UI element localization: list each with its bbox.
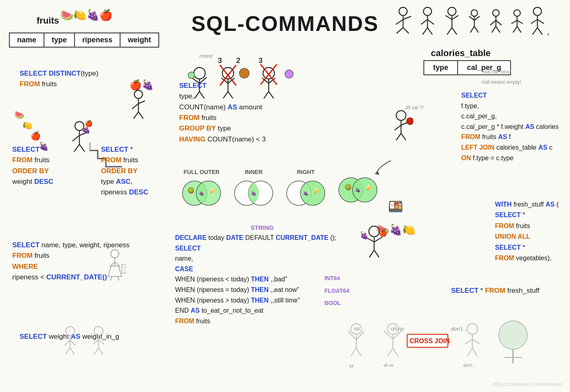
- stick-fig-weight2: [88, 325, 110, 358]
- svg-text:oh no: oh no: [384, 363, 394, 368]
- note-cal: 35 cal ?!: [405, 105, 423, 111]
- fruits-col-name: name: [9, 33, 44, 47]
- svg-text:🥝: 🥝: [187, 187, 195, 194]
- svg-line-2: [396, 20, 403, 24]
- fruit-deco-distinct: 🍎🍇: [129, 79, 154, 91]
- stick-fig-distinct: [126, 89, 151, 126]
- svg-line-128: [395, 125, 401, 130]
- page-title: SQL-COMMANDS: [191, 11, 379, 36]
- page-container: SQL-COMMANDS: [0, 0, 570, 392]
- svg-line-84: [200, 91, 204, 98]
- svg-line-23: [474, 26, 478, 33]
- svg-line-29: [496, 26, 500, 33]
- svg-point-96: [239, 68, 249, 78]
- fruits-col-weight: weight: [120, 33, 159, 47]
- svg-line-76: [99, 340, 104, 344]
- code-cte: WITH fresh_stuff AS ( SELECT * FROM frui…: [495, 199, 559, 264]
- svg-line-26: [490, 20, 496, 25]
- stick-fig-cte: 🍇 🍎: [361, 226, 388, 264]
- svg-line-131: [401, 133, 406, 140]
- svg-line-41: [537, 28, 542, 35]
- svg-line-22: [470, 26, 474, 33]
- svg-line-161: [472, 339, 480, 344]
- svg-point-106: [285, 70, 293, 78]
- svg-line-139: [374, 250, 379, 257]
- svg-line-28: [492, 26, 496, 33]
- svg-text:🍌: 🍌: [313, 187, 320, 194]
- svg-line-137: [374, 237, 382, 242]
- stick-figs-bottom: lol oh no CROSS JOIN don't...: [334, 319, 546, 372]
- stick-figs-group: 3 2 3: [183, 53, 314, 102]
- svg-line-46: [138, 101, 145, 104]
- svg-point-67: [66, 327, 75, 335]
- svg-line-138: [369, 250, 374, 257]
- svg-line-3: [403, 16, 411, 20]
- svg-line-21: [474, 16, 480, 20]
- svg-line-102: [264, 91, 269, 98]
- fruits-label: fruits: [37, 15, 59, 26]
- svg-line-91: [223, 91, 228, 98]
- stick-figures-decoration: ,: [391, 4, 562, 41]
- svg-line-4: [397, 28, 403, 33]
- note-dont: don't...: [451, 326, 467, 332]
- note-null-cal: null cal, nice!: [483, 69, 511, 75]
- svg-line-160: [465, 339, 472, 344]
- svg-line-162: [467, 348, 472, 356]
- svg-line-14: [445, 15, 452, 20]
- svg-text:🍎: 🍎: [85, 120, 93, 127]
- svg-line-69: [65, 340, 70, 346]
- svg-text:don't...: don't...: [463, 363, 476, 368]
- stick-fig-join: [389, 110, 413, 146]
- stick-fig-weight1: [59, 325, 81, 358]
- fruit-bowl-cte: 🍱: [388, 199, 403, 213]
- svg-line-5: [403, 28, 409, 33]
- fruits-table: name type ripeness weight: [9, 33, 159, 48]
- svg-line-20: [469, 16, 474, 20]
- venn-inner: INNER 🍇: [231, 169, 276, 209]
- svg-point-132: [406, 118, 413, 125]
- svg-point-24: [493, 10, 499, 16]
- svg-text:🍇: 🍇: [355, 187, 361, 193]
- svg-marker-61: [108, 266, 122, 277]
- svg-text:🍌: 🍌: [208, 187, 216, 194]
- svg-point-85: [188, 72, 195, 78]
- svg-line-9: [428, 20, 434, 24]
- svg-line-48: [138, 112, 143, 119]
- svg-line-92: [228, 91, 233, 98]
- calories-col-type: type: [424, 61, 458, 75]
- stick-figures-svg: ,: [391, 4, 562, 41]
- svg-text:3: 3: [218, 57, 222, 65]
- svg-point-6: [423, 7, 432, 15]
- type-bool: BOOL: [324, 298, 349, 307]
- svg-line-77: [94, 348, 99, 355]
- svg-line-45: [132, 104, 138, 109]
- type-float64: FLOAT64: [324, 286, 349, 295]
- watermark: Искусственный интеллект: [493, 381, 563, 387]
- svg-line-35: [517, 26, 521, 33]
- svg-point-73: [94, 327, 103, 335]
- svg-point-126: [396, 111, 406, 120]
- svg-point-158: [467, 324, 478, 334]
- svg-point-30: [514, 10, 520, 16]
- code-case-block: STRING DECLARE today DATE DEFAULT CURREN…: [175, 223, 349, 326]
- code-select-distinct: SELECT DISTINCT(type) FROM fruits: [20, 68, 99, 90]
- svg-line-62: [110, 277, 112, 281]
- note-oh-no: oh no: [391, 326, 404, 332]
- svg-line-130: [396, 133, 401, 140]
- code-join: SELECT f.type, c.cal_per_g, c.cal_per_g …: [461, 90, 559, 163]
- svg-line-72: [70, 348, 75, 355]
- svg-point-134: [369, 226, 379, 237]
- svg-line-163: [472, 348, 477, 356]
- join-arrow: [375, 159, 395, 175]
- svg-text:🍎: 🍎: [379, 229, 387, 237]
- svg-line-63: [118, 277, 119, 281]
- svg-line-54: [79, 144, 85, 152]
- svg-line-17: [452, 28, 457, 35]
- svg-point-165: [499, 321, 527, 349]
- kw-from-distinct: FROM: [20, 80, 40, 88]
- svg-point-36: [533, 7, 542, 15]
- svg-point-87: [222, 68, 234, 79]
- distinct-line1: SELECT DISTINCT(type): [20, 68, 99, 79]
- svg-line-75: [93, 340, 99, 344]
- svg-text:3: 3: [259, 57, 263, 65]
